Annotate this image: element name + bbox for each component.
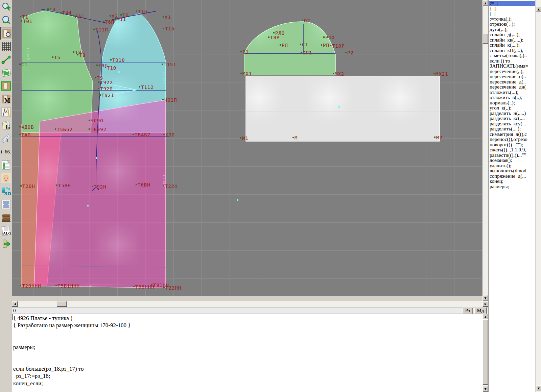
pattern-point[interactable] xyxy=(163,134,165,135)
scroll-left-button[interactable]: ◀ xyxy=(12,301,18,307)
editor-scroll-up-button[interactable]: ▲ xyxy=(483,314,488,320)
command-list-scrollbar[interactable]: ▲ ▼ xyxy=(535,0,541,392)
code-editor[interactable]: { 4926 Платье - туника }{ Разработано на… xyxy=(12,314,483,392)
pattern-point[interactable] xyxy=(93,29,95,30)
canvas-area[interactable]: сгибсгибсгиб Т1Т01Т3Т44ХА1Х2Т6Т16Т6ПТ11Т… xyxy=(12,0,483,296)
command-item[interactable]: сплайн к(,...); xyxy=(489,43,535,48)
editor-v-scrollbar[interactable]: ▲ ▼ xyxy=(483,314,488,392)
pattern-point[interactable] xyxy=(301,52,302,53)
command-item[interactable]: удалить(); xyxy=(489,163,535,169)
command-item[interactable]: отрезок( , ); xyxy=(489,22,535,27)
command-item[interactable]: отложить(...); xyxy=(489,90,535,95)
v-scroll-track[interactable] xyxy=(483,0,488,301)
command-item[interactable]: развести((),()..."" xyxy=(489,153,535,158)
command-item[interactable]: пересечение д(.. xyxy=(489,79,535,85)
pattern-point[interactable] xyxy=(110,59,112,60)
pattern-point[interactable] xyxy=(133,286,135,287)
pattern-point[interactable] xyxy=(98,88,99,89)
command-item[interactable]: разделить н(,....) xyxy=(489,111,535,116)
table-tool-button[interactable] xyxy=(0,159,11,171)
selection-handle[interactable] xyxy=(96,157,97,159)
pattern-point[interactable] xyxy=(103,21,104,22)
pattern-point[interactable] xyxy=(136,184,137,185)
command-item[interactable]: сплайн кк(,....); xyxy=(489,38,535,43)
command-item[interactable]: сплайн кП(,...); xyxy=(489,48,535,53)
pattern-point[interactable] xyxy=(89,128,90,130)
pattern-point[interactable] xyxy=(240,73,242,74)
pattern-point[interactable] xyxy=(240,51,242,52)
books-tool-button[interactable] xyxy=(0,212,11,224)
ruler-tool-button[interactable]: 8 xyxy=(0,132,11,145)
pattern-point[interactable] xyxy=(20,285,21,286)
pattern-point[interactable] xyxy=(21,20,22,22)
v-scroll-thumb[interactable] xyxy=(483,34,488,44)
command-item[interactable]: ломаная(); xyxy=(489,158,535,163)
pattern-point[interactable] xyxy=(300,44,301,45)
piece-zoom-button[interactable] xyxy=(0,27,12,40)
zoom-in-button[interactable] xyxy=(0,1,11,13)
pattern-point[interactable] xyxy=(162,99,164,100)
command-item[interactable]: := ; xyxy=(489,1,535,6)
pattern-point[interactable] xyxy=(163,16,164,18)
pattern-point[interactable] xyxy=(268,36,269,38)
pattern-point[interactable] xyxy=(47,8,49,10)
canvas-v-scrollbar[interactable]: ▲ ▼ xyxy=(483,0,488,301)
text-list-button[interactable] xyxy=(0,198,11,211)
command-item[interactable]: симметрия л((),с xyxy=(489,132,535,137)
pattern-point[interactable] xyxy=(19,64,21,65)
pattern-point[interactable] xyxy=(433,73,435,74)
command-item[interactable]: пересечение дн( xyxy=(489,84,535,90)
selection-handle[interactable] xyxy=(237,199,238,201)
pattern-point[interactable] xyxy=(95,77,96,78)
pattern-point[interactable] xyxy=(345,52,347,53)
pattern-point[interactable] xyxy=(52,56,53,58)
pattern-point[interactable] xyxy=(330,45,331,46)
pattern-point[interactable] xyxy=(92,186,93,187)
editor-scroll-down-button[interactable]: ▼ xyxy=(483,386,488,392)
pattern-point[interactable] xyxy=(280,44,281,46)
cmd-scroll-up-button[interactable]: ▲ xyxy=(536,6,541,12)
pattern-point[interactable] xyxy=(139,86,140,88)
scroll-down-button[interactable]: ▼ xyxy=(483,295,488,301)
pattern-point[interactable] xyxy=(333,73,334,74)
exit-tool-button[interactable] xyxy=(0,238,11,250)
command-item[interactable]: :=точка(,); xyxy=(489,17,535,22)
pattern-point[interactable] xyxy=(55,285,57,286)
pattern-point[interactable] xyxy=(110,15,111,17)
pattern-point[interactable] xyxy=(133,134,134,135)
command-item[interactable]: перенос((),отрезо xyxy=(489,137,535,142)
pattern-point[interactable] xyxy=(98,81,99,83)
pattern-point[interactable] xyxy=(60,12,62,13)
command-item[interactable]: если () то xyxy=(489,58,535,64)
selection-handle[interactable] xyxy=(338,106,340,108)
scroll-right-button[interactable]: ▶ xyxy=(483,301,489,307)
rz-button[interactable]: Рз xyxy=(462,308,473,314)
zoom-out-button[interactable] xyxy=(0,14,11,26)
pattern-point[interactable] xyxy=(273,32,275,33)
cmd-scroll-down-button[interactable]: ▼ xyxy=(536,385,541,391)
command-item[interactable]: дуга(,..); xyxy=(489,27,535,32)
alg-tool-button[interactable]: ALG xyxy=(0,225,11,237)
command-item[interactable]: пересечение(,.); xyxy=(489,69,535,74)
pattern-point[interactable] xyxy=(136,10,137,12)
pattern-point[interactable] xyxy=(163,28,164,29)
command-item[interactable]: сплайн д(,...); xyxy=(489,32,535,38)
piece-m-tool-button[interactable]: M xyxy=(0,93,11,105)
pattern-point[interactable] xyxy=(120,14,122,16)
pattern-point[interactable] xyxy=(240,137,241,139)
pattern-canvas[interactable]: сгибсгибсгиб Т1Т01Т3Т44ХА1Х2Т6Т16Т6ПТ11Т… xyxy=(12,0,483,296)
scroll-up-button[interactable]: ▲ xyxy=(483,0,488,6)
selection-handle[interactable] xyxy=(87,205,89,206)
editor-scroll-thumb[interactable] xyxy=(483,319,488,385)
pattern-point[interactable] xyxy=(73,15,74,17)
command-item[interactable]: поворот(()...""); xyxy=(489,142,535,148)
command-item[interactable]: { } xyxy=(489,6,535,11)
command-item[interactable]: разделить кс(.... xyxy=(489,116,535,121)
h-scroll-track[interactable] xyxy=(12,301,488,307)
pattern-point[interactable] xyxy=(162,64,163,65)
pattern-point[interactable] xyxy=(20,185,22,187)
md-button[interactable]: Мд xyxy=(474,308,487,314)
command-item[interactable]: :=метка(точка(,).. xyxy=(489,53,535,58)
pattern-point[interactable] xyxy=(323,36,325,38)
command-item[interactable]: разделить(....); xyxy=(489,126,535,132)
